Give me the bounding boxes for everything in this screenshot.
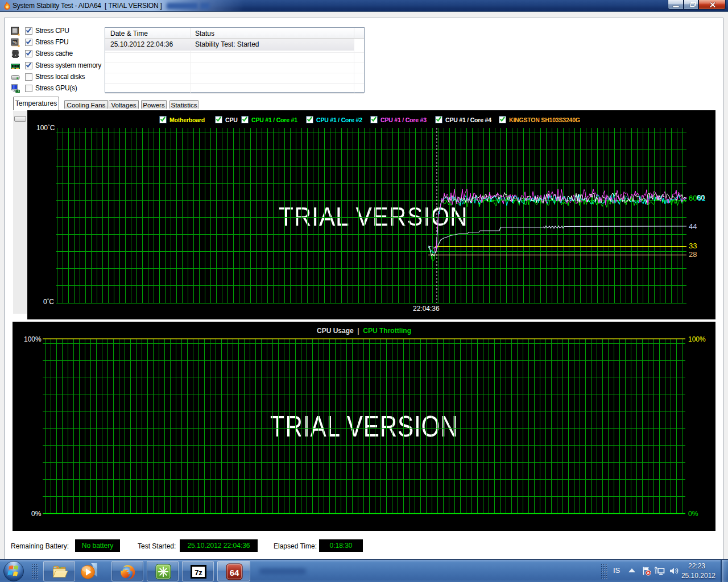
svg-text:%: %: [13, 40, 16, 45]
svg-text:64: 64: [230, 568, 239, 577]
svg-text:7z: 7z: [195, 568, 202, 577]
